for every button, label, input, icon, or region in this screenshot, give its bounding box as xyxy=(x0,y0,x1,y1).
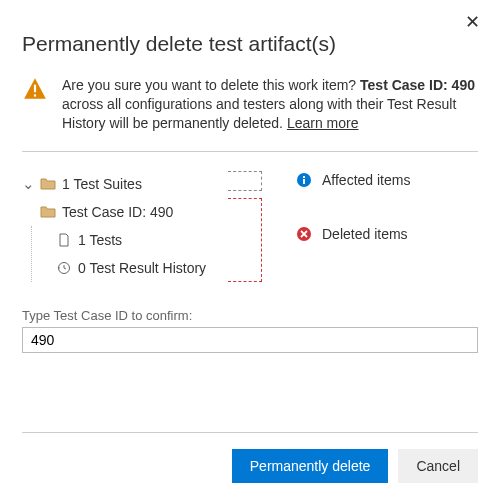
tree: ⌄ 1 Test Suites Test Case ID: 490 xyxy=(22,170,222,282)
legend-deleted: Deleted items xyxy=(296,226,478,242)
legend: Affected items Deleted items xyxy=(292,170,478,280)
brackets xyxy=(222,170,292,290)
tree-tests-label: 1 Tests xyxy=(78,232,122,248)
cancel-button[interactable]: Cancel xyxy=(398,449,478,483)
tree-children: 1 Tests 0 Test Result History xyxy=(31,226,222,282)
legend-deleted-label: Deleted items xyxy=(322,226,408,242)
confirm-label: Type Test Case ID to confirm: xyxy=(22,308,478,323)
confirm-input[interactable] xyxy=(22,327,478,353)
warning-suffix: across all configurations and testers al… xyxy=(62,96,456,131)
delete-dialog: ✕ Permanently delete test artifact(s) Ar… xyxy=(0,0,500,501)
tree-history-label: 0 Test Result History xyxy=(78,260,206,276)
folder-open-icon xyxy=(40,204,56,220)
warning-text: Are you sure you want to delete this wor… xyxy=(62,76,478,133)
learn-more-link[interactable]: Learn more xyxy=(287,115,359,131)
svg-rect-5 xyxy=(303,176,305,178)
affected-bracket xyxy=(228,171,262,191)
dialog-title: Permanently delete test artifact(s) xyxy=(22,32,478,56)
info-icon xyxy=(296,172,312,188)
legend-affected-label: Affected items xyxy=(322,172,410,188)
svg-rect-0 xyxy=(34,85,36,93)
warning-bold: Test Case ID: 490 xyxy=(360,77,475,93)
tree-history-row[interactable]: 0 Test Result History xyxy=(32,254,222,282)
tree-case-label: Test Case ID: 490 xyxy=(62,204,173,220)
warning-prefix: Are you sure you want to delete this wor… xyxy=(62,77,360,93)
close-button[interactable]: ✕ xyxy=(459,10,486,34)
legend-affected: Affected items xyxy=(296,172,478,188)
svg-rect-4 xyxy=(303,179,305,184)
content-area: ⌄ 1 Test Suites Test Case ID: 490 xyxy=(22,170,478,290)
folder-icon xyxy=(40,176,56,192)
tree-suites-label: 1 Test Suites xyxy=(62,176,142,192)
tree-case-row[interactable]: Test Case ID: 490 xyxy=(22,198,222,226)
svg-rect-1 xyxy=(34,94,36,96)
deleted-bracket xyxy=(228,198,262,282)
tree-tests-row[interactable]: 1 Tests xyxy=(32,226,222,254)
dialog-footer: Permanently delete Cancel xyxy=(22,432,478,483)
error-icon xyxy=(296,226,312,242)
warning-block: Are you sure you want to delete this wor… xyxy=(22,76,478,133)
close-icon: ✕ xyxy=(465,12,480,32)
tree-suites-row[interactable]: ⌄ 1 Test Suites xyxy=(22,170,222,198)
warning-icon xyxy=(22,76,48,102)
history-icon xyxy=(56,260,72,276)
separator xyxy=(22,151,478,152)
permanently-delete-button[interactable]: Permanently delete xyxy=(232,449,389,483)
document-icon xyxy=(56,232,72,248)
chevron-down-icon: ⌄ xyxy=(22,175,34,193)
